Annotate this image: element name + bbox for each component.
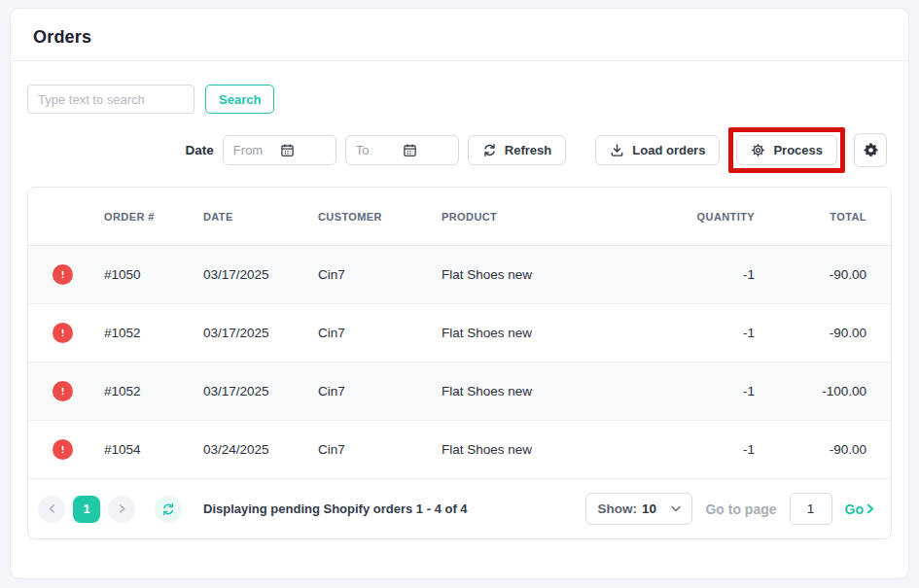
- orders-panel: Orders Search Date From To: [10, 8, 909, 579]
- load-orders-button[interactable]: Load orders: [595, 135, 720, 165]
- pagination-controls-right: Show: 10 Go to page Go: [585, 493, 875, 525]
- column-header-order: ORDER #: [104, 211, 203, 223]
- cell-quantity: -1: [648, 384, 755, 398]
- refresh-icon: [161, 502, 175, 516]
- cell-quantity: -1: [648, 267, 755, 282]
- error-exclamation-icon: [53, 264, 73, 285]
- table-row[interactable]: #1052 03/17/2025 Cin7 Flat Shoes new -1 …: [28, 304, 891, 363]
- page-size-label: Show:: [597, 502, 637, 516]
- cell-order: #1050: [104, 267, 203, 282]
- page-number-button[interactable]: 1: [73, 496, 100, 523]
- column-header-total: TOTAL: [755, 211, 866, 223]
- search-row: Search: [11, 61, 908, 114]
- page-size-select[interactable]: Show: 10: [585, 493, 692, 525]
- cell-date: 03/17/2025: [203, 267, 318, 282]
- cell-date: 03/17/2025: [203, 326, 318, 340]
- cell-total: -90.00: [755, 326, 866, 340]
- search-button[interactable]: Search: [205, 85, 274, 114]
- process-button[interactable]: Process: [736, 135, 837, 165]
- download-icon: [610, 143, 624, 157]
- settings-button[interactable]: [854, 133, 887, 167]
- error-exclamation-icon: [53, 439, 73, 460]
- refresh-button-label: Refresh: [505, 143, 551, 157]
- chevron-down-icon: [671, 505, 681, 512]
- cell-quantity: -1: [648, 442, 755, 457]
- cell-product: Flat Shoes new: [442, 267, 648, 282]
- goto-page-input[interactable]: [790, 493, 832, 525]
- next-page-button[interactable]: [108, 496, 135, 523]
- table-row[interactable]: #1054 03/24/2025 Cin7 Flat Shoes new -1 …: [28, 421, 891, 479]
- cell-order: #1052: [104, 326, 203, 340]
- column-header-quantity: QUANTITY: [648, 211, 755, 223]
- refresh-icon: [482, 143, 497, 157]
- search-input[interactable]: [27, 85, 194, 114]
- column-header-customer: CUSTOMER: [318, 211, 442, 223]
- error-exclamation-icon: [53, 381, 73, 401]
- refresh-button[interactable]: Refresh: [468, 135, 566, 165]
- process-button-label: Process: [773, 143, 823, 157]
- cell-total: -100.00: [755, 384, 866, 398]
- cell-customer: Cin7: [318, 326, 442, 340]
- date-filter-label: Date: [186, 143, 214, 157]
- cell-order: #1054: [104, 442, 203, 457]
- go-button-label: Go: [845, 502, 864, 517]
- date-to-placeholder: To: [356, 143, 404, 157]
- previous-page-button[interactable]: [38, 496, 65, 523]
- chevron-left-icon: [48, 504, 56, 513]
- table-header-row: ORDER # DATE CUSTOMER PRODUCT QUANTITY T…: [28, 188, 891, 246]
- cell-product: Flat Shoes new: [442, 326, 648, 340]
- date-from-input[interactable]: From: [223, 135, 336, 165]
- table-row[interactable]: #1052 03/17/2025 Cin7 Flat Shoes new -1 …: [28, 363, 891, 421]
- go-button[interactable]: Go: [845, 502, 875, 517]
- pagination: 1: [38, 496, 468, 523]
- cell-quantity: -1: [648, 326, 755, 340]
- reload-list-button[interactable]: [155, 496, 182, 523]
- column-header-date: DATE: [203, 211, 318, 223]
- cell-order: #1052: [104, 384, 203, 398]
- goto-page-label: Go to page: [705, 502, 776, 517]
- chevron-right-icon: [118, 504, 126, 513]
- cell-date: 03/17/2025: [203, 384, 318, 398]
- cell-total: -90.00: [755, 267, 866, 282]
- pagination-status-text: Displaying pending Shopify orders 1 - 4 …: [203, 502, 468, 516]
- table-footer: 1: [28, 479, 891, 538]
- cell-product: Flat Shoes new: [442, 384, 648, 398]
- chevron-right-icon: [866, 503, 875, 514]
- cell-total: -90.00: [755, 442, 866, 457]
- process-highlight-annotation: Process: [728, 127, 845, 173]
- panel-header: Orders: [11, 9, 908, 60]
- cell-product: Flat Shoes new: [442, 442, 648, 457]
- error-exclamation-icon: [53, 323, 73, 343]
- filter-row: Date From To: [11, 114, 908, 172]
- cell-customer: Cin7: [318, 267, 442, 282]
- date-from-placeholder: From: [233, 143, 281, 157]
- page-size-value: 10: [642, 502, 667, 516]
- orders-table: ORDER # DATE CUSTOMER PRODUCT QUANTITY T…: [27, 187, 892, 539]
- gear-icon: [751, 143, 765, 157]
- load-orders-button-label: Load orders: [632, 143, 705, 157]
- cell-customer: Cin7: [318, 442, 442, 457]
- page-title: Orders: [33, 27, 886, 48]
- settings-gear-icon: [863, 142, 879, 158]
- calendar-icon[interactable]: [280, 143, 328, 157]
- calendar-icon[interactable]: [403, 143, 450, 157]
- cell-customer: Cin7: [318, 384, 442, 398]
- table-row[interactable]: #1050 03/17/2025 Cin7 Flat Shoes new -1 …: [28, 246, 891, 304]
- column-header-product: PRODUCT: [442, 211, 648, 223]
- cell-date: 03/24/2025: [203, 442, 318, 457]
- date-to-input[interactable]: To: [345, 135, 459, 165]
